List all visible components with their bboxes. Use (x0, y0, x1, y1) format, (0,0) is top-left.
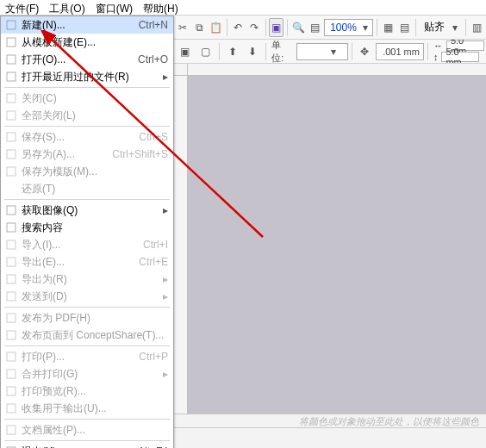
acquire-icon (4, 203, 18, 217)
save-icon (4, 130, 18, 144)
menu-item: 合并打印(G)▸ (1, 365, 173, 383)
dupy-icon: ↕ (432, 52, 440, 62)
tb-launcher-icon[interactable]: ▣ (269, 18, 284, 37)
save-as-icon (4, 147, 18, 161)
menu-bar: 文件(F) 工具(O) 窗口(W) 帮助(H) (0, 0, 486, 16)
tb-copy-icon[interactable]: ⧉ (192, 18, 207, 37)
submenu-arrow-icon: ▸ (158, 204, 168, 216)
menu-item-label: 打开最近用过的文件(R) (22, 70, 158, 84)
svg-rect-2 (7, 55, 16, 64)
tb-snap-icon[interactable]: ▦ (381, 18, 396, 37)
menu-shortcut: Ctrl+P (132, 351, 168, 363)
ruler-vertical[interactable] (174, 76, 188, 414)
zoom-combo[interactable]: 100% ▾ (324, 19, 373, 36)
menu-item-label: 还原(T) (22, 182, 168, 196)
menu-item: 发布为 PDF(H) (1, 309, 173, 327)
menu-item-label: 保存为模版(M)... (22, 165, 168, 179)
close-all-icon (4, 109, 18, 122)
svg-rect-18 (7, 370, 16, 378)
menu-item: 收集用于输出(U)... (1, 400, 173, 417)
menu-item: 发布页面到 ConceptShare(T)... (1, 327, 173, 344)
tb-grid-icon[interactable]: ▤ (397, 18, 412, 37)
pdf-icon (4, 311, 18, 325)
menu-item[interactable]: 退出(X)Alt+F4 (1, 443, 173, 448)
pb-ungroup-icon[interactable]: ▢ (196, 42, 215, 61)
dup-y[interactable]: 5.0 mm (441, 52, 479, 62)
ruler-corner (174, 64, 188, 76)
pb-group-icon[interactable]: ▣ (176, 42, 195, 61)
tb-misc-icon[interactable]: ▥ (470, 18, 484, 37)
menu-item-label: 关闭(C) (22, 91, 168, 106)
print-merge-icon (4, 367, 18, 381)
menu-item-label: 新建(N)... (22, 18, 132, 33)
toolbar-property: ▣ ▢ ⬆ ⬇ 单位: ▾ ✥ .001 mm ↔5.0 mm ↕5.0 mm (174, 40, 486, 64)
menu-item-label: 导出(E)... (22, 255, 132, 270)
tb-redo-icon[interactable]: ↷ (247, 18, 262, 37)
save-template-icon (4, 165, 18, 178)
menu-shortcut: Ctrl+I (136, 239, 168, 251)
menu-item-label: 发布为 PDF(H) (22, 311, 168, 326)
separator (287, 19, 288, 36)
pb-toback-icon[interactable]: ⬇ (243, 42, 262, 61)
nudge-value[interactable]: .001 mm (376, 43, 424, 60)
menu-item: 还原(T) (1, 180, 173, 197)
menu-item: 导出为(R)▸ (1, 271, 173, 288)
svg-rect-20 (7, 404, 16, 413)
menu-shortcut: Ctrl+N (132, 19, 168, 31)
menu-item[interactable]: 新建(N)...Ctrl+N (1, 16, 173, 34)
menu-item-label: 保存(S)... (22, 130, 132, 145)
tb-undo-icon[interactable]: ↶ (231, 18, 246, 37)
tb-paste-icon[interactable]: 📋 (209, 18, 223, 37)
units-combo[interactable]: ▾ (296, 43, 348, 60)
separator (427, 43, 428, 60)
menu-item: 全部关闭(L) (1, 107, 173, 124)
folder-recent-icon (4, 70, 18, 84)
toolbar-area: ✂ ⧉ 📋 ↶ ↷ ▣ 🔍 ▤ 100% ▾ ▦ ▤ 贴齐 ▾ ▥ ▣ ▢ ⬆ … (174, 16, 486, 64)
chevron-down-icon: ▾ (450, 22, 460, 34)
menu-window[interactable]: 窗口(W) (90, 0, 138, 15)
send-icon (4, 289, 18, 303)
canvas-area[interactable] (174, 64, 486, 414)
menu-item: 文档属性(P)... (1, 421, 173, 439)
menu-item-label: 退出(X) (22, 445, 131, 449)
menu-tools[interactable]: 工具(O) (44, 0, 90, 15)
menu-item[interactable]: 从模板新建(E)... (1, 34, 173, 51)
blank-icon (4, 182, 18, 196)
menu-help[interactable]: 帮助(H) (138, 0, 184, 15)
tb-cut-icon[interactable]: ✂ (176, 18, 190, 37)
menu-item[interactable]: 搜索内容 (1, 219, 173, 236)
svg-rect-9 (7, 206, 16, 215)
submenu-arrow-icon: ▸ (158, 273, 168, 285)
tb-opts-icon[interactable]: ▤ (308, 18, 322, 37)
tb-search-icon[interactable]: 🔍 (291, 18, 306, 37)
separator (4, 87, 170, 88)
ruler-horizontal[interactable] (188, 64, 486, 76)
svg-rect-3 (7, 72, 16, 81)
menu-item: 发送到(D)▸ (1, 288, 173, 305)
separator (465, 19, 466, 36)
snap-combo[interactable]: 贴齐 ▾ (419, 19, 462, 36)
separator (352, 43, 352, 60)
menu-item: 导入(I)...Ctrl+I (1, 236, 173, 253)
file-menu-dropdown: 新建(N)...Ctrl+N从模板新建(E)...打开(O)...Ctrl+O打… (0, 16, 174, 448)
separator (4, 440, 170, 441)
pb-tofront-icon[interactable]: ⬆ (223, 42, 242, 61)
menu-shortcut: Ctrl+Shift+S (105, 148, 168, 160)
menu-item[interactable]: 获取图像(Q)▸ (1, 202, 173, 219)
svg-rect-6 (7, 133, 16, 141)
pb-nudge-icon[interactable]: ✥ (356, 42, 375, 61)
svg-rect-5 (7, 111, 16, 120)
svg-rect-12 (7, 258, 16, 266)
color-well-hint: 将颜色或对象拖动至此处，以便将这些颜色 (299, 415, 479, 428)
menu-item: 另存为(A)...Ctrl+Shift+S (1, 146, 173, 163)
menu-item[interactable]: 打开(O)...Ctrl+O (1, 51, 173, 68)
submenu-arrow-icon: ▸ (158, 71, 168, 83)
menu-file[interactable]: 文件(F) (0, 0, 44, 15)
separator (4, 345, 170, 346)
menu-shortcut: Ctrl+O (131, 53, 168, 65)
print-icon (4, 350, 18, 364)
menu-item[interactable]: 打开最近用过的文件(R)▸ (1, 68, 173, 85)
menu-item-label: 合并打印(G) (22, 367, 158, 382)
svg-rect-14 (7, 292, 16, 301)
menu-item-label: 打印(P)... (22, 350, 132, 364)
